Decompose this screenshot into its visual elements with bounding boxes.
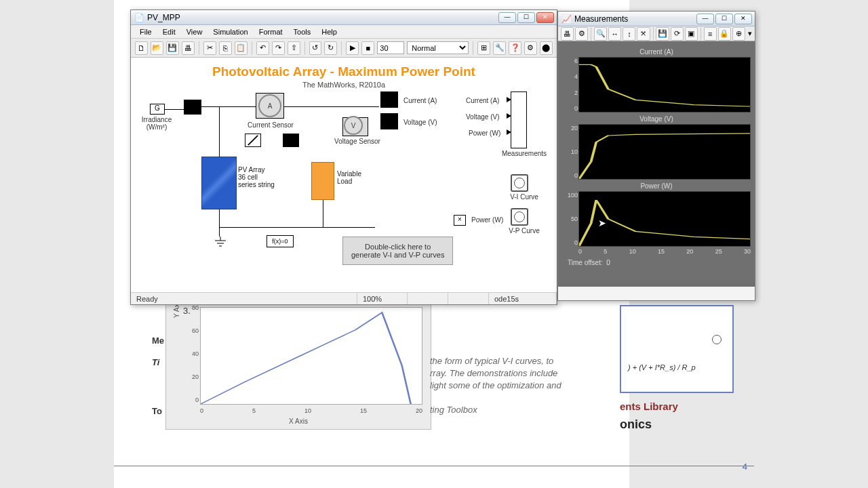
- status-ready: Ready: [131, 293, 357, 304]
- up-button[interactable]: ⇧: [288, 41, 300, 55]
- current-sensor-icon: A: [258, 94, 281, 117]
- diagram-subtitle: The MathWorks, R2010a: [131, 81, 557, 89]
- zoom-x-button[interactable]: ↔: [608, 27, 621, 41]
- vp-label: V-P Curve: [490, 227, 557, 235]
- redo-button[interactable]: ↷: [272, 41, 285, 55]
- autoscale-button[interactable]: ⤧: [637, 27, 650, 41]
- converter-block-1[interactable]: [184, 100, 201, 115]
- status-solver: ode15s: [489, 293, 557, 304]
- print-button[interactable]: 🖶: [182, 41, 195, 55]
- build-button[interactable]: ⬤: [540, 41, 553, 55]
- cursor-icon: ➤: [598, 218, 606, 228]
- save-button[interactable]: 💾: [166, 41, 179, 55]
- scope-close-button[interactable]: ✕: [734, 14, 752, 24]
- bg-xticks: 05101520: [200, 407, 422, 414]
- ramp-block[interactable]: [245, 134, 261, 147]
- bg-text: the form of typical V-I curves, to rray.…: [430, 355, 599, 392]
- sig-voltage-label: Voltage (V): [403, 119, 437, 126]
- save-data-button[interactable]: 💾: [656, 27, 669, 41]
- scope-params-button[interactable]: ⚙: [575, 27, 588, 41]
- fwd-button[interactable]: ↻: [324, 41, 337, 55]
- open-button[interactable]: 📂: [151, 41, 163, 55]
- maximize-button[interactable]: ☐: [517, 12, 535, 23]
- menu-help[interactable]: Help: [317, 26, 342, 37]
- converter-block-2[interactable]: [283, 134, 299, 147]
- window-title: PV_MPP: [147, 13, 180, 22]
- lib-button[interactable]: ⊞: [477, 41, 490, 55]
- cut-button[interactable]: ✂: [203, 41, 216, 55]
- scope-toolbar: 🖶 ⚙ 🔍 ↔ ↕ ⤧ 💾 ⟳ ▣ ≡ 🔒 ⊕ ▾: [558, 26, 755, 41]
- variable-load-block[interactable]: [311, 162, 334, 200]
- minimize-button[interactable]: —: [498, 12, 516, 23]
- scope-min-button[interactable]: —: [696, 14, 714, 24]
- plot3-title: Power (W): [562, 182, 751, 190]
- sync-button[interactable]: ≡: [704, 27, 717, 41]
- page-rule: [114, 466, 754, 466]
- svg-line-0: [248, 136, 258, 145]
- scope-power: Power (W): [469, 129, 500, 137]
- zoom-in-button[interactable]: 🔍: [594, 27, 607, 41]
- bg-me: Me: [152, 335, 164, 347]
- menu-tools[interactable]: Tools: [289, 26, 316, 37]
- menu-simulation[interactable]: Simulation: [208, 26, 252, 37]
- menu-file[interactable]: File: [135, 26, 157, 37]
- bg-curve: [201, 308, 422, 404]
- simulink-icon: 📄: [134, 12, 144, 23]
- vi-label: V-I Curve: [490, 193, 557, 201]
- config-button[interactable]: ❓: [509, 41, 521, 55]
- bg-three: 3.: [183, 305, 191, 317]
- scope-voltage: Voltage (V): [466, 113, 499, 121]
- zoom-y-button[interactable]: ↕: [623, 27, 635, 41]
- new-button[interactable]: 🗋: [135, 41, 148, 55]
- vp-scope[interactable]: [511, 208, 528, 226]
- debug-button[interactable]: ⚙: [524, 41, 537, 55]
- back-button[interactable]: ↺: [309, 41, 322, 55]
- scope-max-button[interactable]: ☐: [715, 14, 733, 24]
- copy-button[interactable]: ⎘: [219, 41, 232, 55]
- float-button[interactable]: ▣: [685, 27, 698, 41]
- toolbar: 🗋 📂 💾 🖶 ✂ ⎘ 📋 ↶ ↷ ⇧ ↺ ↻ ▶ ■ Normal ⊞ 🔧 ❓…: [131, 39, 557, 58]
- irradiance-label: Irradiance (W/m²): [131, 116, 191, 131]
- model-explorer-button[interactable]: 🔧: [493, 41, 506, 55]
- product-block[interactable]: ×: [454, 215, 466, 226]
- paste-button[interactable]: 📋: [235, 41, 248, 55]
- current-sensor-label: Current Sensor: [237, 121, 304, 129]
- goto-voltage[interactable]: [380, 113, 398, 129]
- scope-current: Current (A): [466, 97, 499, 104]
- model-canvas[interactable]: Photovoltaic Array - Maximum Power Point…: [131, 58, 557, 292]
- close-button[interactable]: ✕: [536, 12, 554, 23]
- scope-title: Measurements: [574, 14, 628, 24]
- bg-figure: Y Axis 806040200 05101520 X Axis: [165, 304, 431, 430]
- scope-window: 📈 Measurements — ☐ ✕ 🖶 ⚙ 🔍 ↔ ↕ ⤧ 💾 ⟳ ▣ ≡…: [557, 11, 755, 301]
- menu-edit[interactable]: Edit: [158, 26, 180, 37]
- goto-current[interactable]: [380, 92, 398, 108]
- lock-button[interactable]: 🔒: [718, 27, 731, 41]
- menubar: File Edit View Simulation Format Tools H…: [131, 25, 557, 39]
- menu-format[interactable]: Format: [254, 26, 288, 37]
- ground-icon[interactable]: [214, 237, 227, 249]
- variable-load-label: Variable Load: [337, 170, 361, 185]
- menu-view[interactable]: View: [182, 26, 208, 37]
- solver-block[interactable]: f(x)=0: [267, 235, 294, 247]
- play-button[interactable]: ▶: [346, 41, 359, 55]
- scope-titlebar[interactable]: 📈 Measurements — ☐ ✕: [558, 12, 755, 26]
- constant-block[interactable]: G: [150, 104, 165, 115]
- sim-time-input[interactable]: [377, 41, 404, 54]
- scope-print-button[interactable]: 🖶: [561, 27, 574, 41]
- undo-button[interactable]: ↶: [256, 41, 269, 55]
- status-zoom: 100%: [357, 293, 408, 304]
- simulink-titlebar[interactable]: 📄 PV_MPP — ☐ ✕: [131, 10, 557, 25]
- plot2-title: Voltage (V): [562, 115, 751, 123]
- dropdown-icon[interactable]: ▾: [748, 29, 752, 38]
- bg-right-panel: ) + (V + I*R_s) / R_p: [620, 305, 734, 393]
- sim-mode-select[interactable]: Normal: [407, 41, 469, 54]
- measurements-label: Measurements: [490, 150, 557, 157]
- stop-button[interactable]: ■: [361, 41, 374, 55]
- sig-select-button[interactable]: ⊕: [732, 27, 745, 41]
- pv-array-block[interactable]: [201, 157, 237, 209]
- vi-scope[interactable]: [511, 174, 528, 192]
- scope-block[interactable]: [511, 92, 527, 148]
- generate-curves-button[interactable]: Double-click here to generate V-I and V-…: [342, 237, 453, 265]
- restore-button[interactable]: ⟳: [671, 27, 684, 41]
- page-number: 4: [743, 462, 747, 472]
